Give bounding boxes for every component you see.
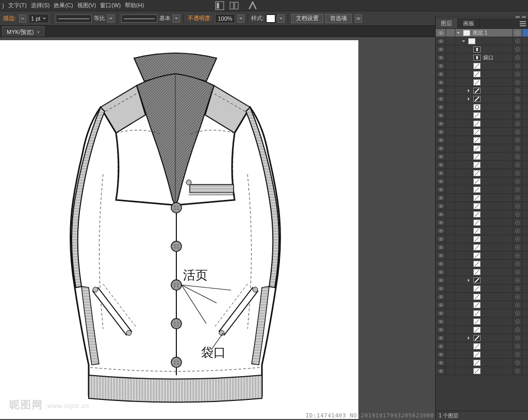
- selection-flag[interactable]: [522, 37, 528, 45]
- selection-flag[interactable]: [522, 350, 528, 358]
- visibility-toggle[interactable]: [436, 70, 446, 78]
- target-icon[interactable]: [513, 342, 522, 350]
- selection-flag[interactable]: [522, 54, 528, 61]
- preferences-button[interactable]: 首选项: [325, 14, 352, 23]
- visibility-toggle[interactable]: [436, 284, 446, 292]
- selection-flag[interactable]: [522, 87, 528, 94]
- target-icon[interactable]: [513, 128, 522, 136]
- visibility-toggle[interactable]: [436, 62, 446, 70]
- caret-icon[interactable]: [19, 14, 26, 23]
- layer-row[interactable]: [436, 235, 528, 243]
- layer-row[interactable]: [436, 350, 528, 359]
- visibility-toggle[interactable]: [436, 227, 446, 234]
- chevron-down-icon[interactable]: [107, 14, 114, 23]
- lock-toggle[interactable]: [446, 268, 455, 276]
- selection-flag[interactable]: [522, 62, 528, 70]
- expand-toggle[interactable]: [466, 97, 472, 101]
- selection-flag[interactable]: [522, 120, 528, 127]
- menu-item[interactable]: 选择(S): [31, 2, 50, 9]
- selection-flag[interactable]: [522, 70, 528, 78]
- lock-toggle[interactable]: [446, 293, 455, 300]
- visibility-toggle[interactable]: [436, 268, 446, 276]
- target-icon[interactable]: [513, 367, 522, 375]
- selection-flag[interactable]: [522, 177, 528, 185]
- layer-row[interactable]: [436, 326, 528, 334]
- layer-row[interactable]: [436, 251, 528, 260]
- layer-row[interactable]: [436, 260, 528, 268]
- menu-item[interactable]: 视图(V): [77, 2, 96, 9]
- visibility-toggle[interactable]: [436, 144, 446, 152]
- menu-item[interactable]: 文字(T): [8, 2, 27, 9]
- lock-toggle[interactable]: [446, 243, 455, 251]
- selection-flag[interactable]: [522, 284, 528, 292]
- layer-row[interactable]: [436, 227, 528, 235]
- layer-list[interactable]: 图层 1▮▮袋口: [436, 29, 528, 411]
- target-icon[interactable]: [513, 70, 522, 78]
- target-icon[interactable]: [513, 268, 522, 276]
- lock-toggle[interactable]: [446, 120, 455, 127]
- layer-row[interactable]: [436, 359, 528, 367]
- target-icon[interactable]: [513, 359, 522, 366]
- target-icon[interactable]: [513, 235, 522, 243]
- expand-toggle[interactable]: [466, 278, 472, 282]
- lock-toggle[interactable]: [446, 29, 455, 37]
- visibility-toggle[interactable]: [436, 186, 446, 193]
- layer-row[interactable]: [436, 70, 528, 78]
- opacity-field[interactable]: 100%: [215, 14, 235, 23]
- lock-toggle[interactable]: [446, 136, 455, 144]
- selection-flag[interactable]: [522, 186, 528, 193]
- visibility-toggle[interactable]: [436, 194, 446, 201]
- visibility-toggle[interactable]: [436, 153, 446, 160]
- layer-row[interactable]: ▮袋口: [436, 54, 528, 62]
- selection-flag[interactable]: [522, 235, 528, 243]
- document-setup-button[interactable]: 文档设置: [291, 14, 323, 23]
- target-icon[interactable]: [513, 153, 522, 160]
- target-icon[interactable]: [513, 202, 522, 210]
- target-icon[interactable]: [513, 284, 522, 292]
- visibility-toggle[interactable]: [436, 120, 446, 127]
- layer-row[interactable]: [436, 301, 528, 309]
- selection-flag[interactable]: [522, 317, 528, 325]
- selection-flag[interactable]: [522, 169, 528, 177]
- stroke-dash-preview[interactable]: [56, 14, 92, 23]
- lock-toggle[interactable]: [446, 334, 455, 342]
- visibility-toggle[interactable]: [436, 309, 446, 317]
- layer-row[interactable]: 图层 1: [436, 29, 528, 37]
- visibility-toggle[interactable]: [436, 210, 446, 218]
- target-icon[interactable]: [513, 309, 522, 317]
- selection-flag[interactable]: [522, 153, 528, 160]
- layer-row[interactable]: [436, 128, 528, 136]
- layer-row[interactable]: [436, 144, 528, 153]
- selection-flag[interactable]: [522, 359, 528, 366]
- stroke-profile-preview[interactable]: [121, 14, 157, 23]
- visibility-toggle[interactable]: [436, 367, 446, 375]
- layer-row[interactable]: [436, 317, 528, 326]
- target-icon[interactable]: [513, 276, 522, 284]
- layer-row[interactable]: [436, 276, 528, 284]
- expand-toggle[interactable]: [460, 39, 467, 43]
- layer-row[interactable]: [436, 87, 528, 95]
- target-icon[interactable]: [513, 334, 522, 342]
- selection-flag[interactable]: [522, 309, 528, 317]
- target-icon[interactable]: [513, 136, 522, 144]
- selection-flag[interactable]: [522, 128, 528, 136]
- layer-row[interactable]: [436, 367, 528, 375]
- lock-toggle[interactable]: [446, 186, 455, 193]
- selection-flag[interactable]: [522, 293, 528, 300]
- visibility-toggle[interactable]: [436, 260, 446, 267]
- lock-toggle[interactable]: [446, 54, 455, 61]
- target-icon[interactable]: [513, 251, 522, 259]
- selection-flag[interactable]: [522, 45, 528, 53]
- lock-toggle[interactable]: [446, 235, 455, 243]
- target-icon[interactable]: [513, 161, 522, 169]
- visibility-toggle[interactable]: [436, 29, 446, 37]
- menu-item[interactable]: 效果(C): [54, 2, 73, 9]
- lock-toggle[interactable]: [446, 161, 455, 169]
- lock-toggle[interactable]: [446, 95, 455, 103]
- visibility-toggle[interactable]: [436, 293, 446, 300]
- target-icon[interactable]: [513, 260, 522, 267]
- lock-toggle[interactable]: [446, 260, 455, 267]
- lock-toggle[interactable]: [446, 103, 455, 111]
- lock-toggle[interactable]: [446, 202, 455, 210]
- visibility-toggle[interactable]: [436, 235, 446, 243]
